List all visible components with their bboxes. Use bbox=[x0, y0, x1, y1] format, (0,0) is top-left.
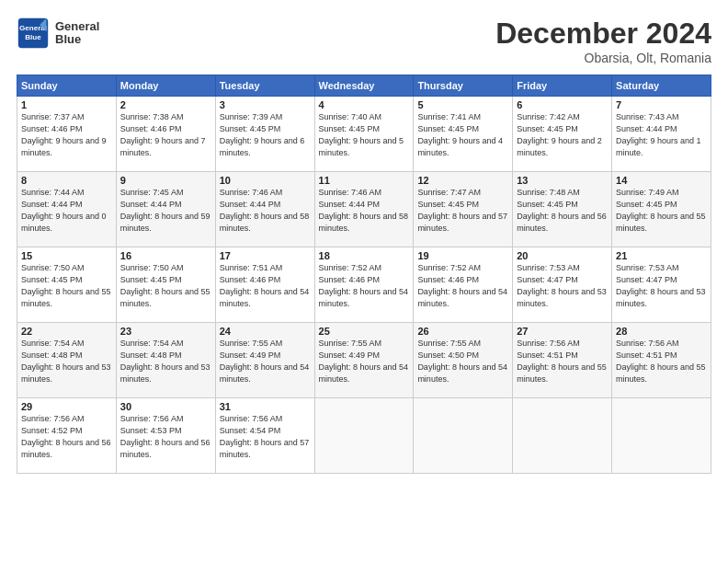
day-info: Sunrise: 7:56 AM Sunset: 4:53 PM Dayligh… bbox=[120, 413, 211, 461]
day-number: 22 bbox=[21, 326, 112, 337]
day-number: 10 bbox=[220, 175, 311, 186]
day-info: Sunrise: 7:52 AM Sunset: 4:46 PM Dayligh… bbox=[417, 262, 508, 310]
day-info: Sunrise: 7:55 AM Sunset: 4:50 PM Dayligh… bbox=[417, 338, 508, 385]
day-info: Sunrise: 7:51 AM Sunset: 4:46 PM Dayligh… bbox=[220, 262, 311, 310]
col-saturday: Saturday bbox=[612, 75, 711, 97]
calendar-cell: 12 Sunrise: 7:47 AM Sunset: 4:45 PM Dayl… bbox=[414, 172, 513, 247]
day-number: 1 bbox=[21, 99, 112, 110]
calendar-cell: 3 Sunrise: 7:39 AM Sunset: 4:45 PM Dayli… bbox=[215, 97, 314, 172]
calendar-cell: 14 Sunrise: 7:49 AM Sunset: 4:45 PM Dayl… bbox=[612, 172, 711, 247]
day-info: Sunrise: 7:46 AM Sunset: 4:44 PM Dayligh… bbox=[220, 187, 311, 235]
day-number: 29 bbox=[21, 401, 112, 412]
day-info: Sunrise: 7:39 AM Sunset: 4:45 PM Dayligh… bbox=[220, 111, 311, 159]
calendar-week-4: 22 Sunrise: 7:54 AM Sunset: 4:48 PM Dayl… bbox=[17, 323, 711, 398]
calendar-cell: 8 Sunrise: 7:44 AM Sunset: 4:44 PM Dayli… bbox=[17, 172, 117, 247]
calendar-cell: 5 Sunrise: 7:41 AM Sunset: 4:45 PM Dayli… bbox=[414, 97, 513, 172]
logo-icon: General Blue bbox=[17, 17, 50, 50]
col-thursday: Thursday bbox=[414, 75, 513, 97]
day-info: Sunrise: 7:56 AM Sunset: 4:52 PM Dayligh… bbox=[21, 413, 112, 461]
calendar-cell: 1 Sunrise: 7:37 AM Sunset: 4:46 PM Dayli… bbox=[17, 97, 117, 172]
day-number: 3 bbox=[220, 99, 311, 110]
col-wednesday: Wednesday bbox=[314, 75, 414, 97]
day-info: Sunrise: 7:48 AM Sunset: 4:45 PM Dayligh… bbox=[517, 187, 608, 235]
day-number: 25 bbox=[319, 326, 410, 337]
day-number: 26 bbox=[417, 326, 508, 337]
day-number: 17 bbox=[220, 250, 311, 261]
day-number: 20 bbox=[517, 250, 608, 261]
day-info: Sunrise: 7:56 AM Sunset: 4:54 PM Dayligh… bbox=[220, 413, 311, 461]
day-info: Sunrise: 7:41 AM Sunset: 4:45 PM Dayligh… bbox=[417, 111, 508, 159]
day-number: 13 bbox=[517, 175, 608, 186]
calendar-cell bbox=[513, 398, 612, 474]
day-info: Sunrise: 7:43 AM Sunset: 4:44 PM Dayligh… bbox=[616, 111, 707, 159]
calendar-cell: 24 Sunrise: 7:55 AM Sunset: 4:49 PM Dayl… bbox=[215, 323, 314, 398]
calendar-cell: 20 Sunrise: 7:53 AM Sunset: 4:47 PM Dayl… bbox=[513, 247, 612, 323]
day-info: Sunrise: 7:53 AM Sunset: 4:47 PM Dayligh… bbox=[616, 262, 707, 310]
calendar-cell: 29 Sunrise: 7:56 AM Sunset: 4:52 PM Dayl… bbox=[17, 398, 117, 474]
day-info: Sunrise: 7:49 AM Sunset: 4:45 PM Dayligh… bbox=[616, 187, 707, 235]
logo-line2: Blue bbox=[55, 33, 99, 46]
calendar-cell: 23 Sunrise: 7:54 AM Sunset: 4:48 PM Dayl… bbox=[116, 323, 215, 398]
calendar-week-1: 1 Sunrise: 7:37 AM Sunset: 4:46 PM Dayli… bbox=[17, 97, 711, 172]
calendar-cell bbox=[414, 398, 513, 474]
day-number: 9 bbox=[120, 175, 211, 186]
logo-text: General Blue bbox=[55, 20, 99, 47]
col-monday: Monday bbox=[116, 75, 215, 97]
logo-line1: General bbox=[55, 20, 99, 33]
day-info: Sunrise: 7:54 AM Sunset: 4:48 PM Dayligh… bbox=[21, 338, 112, 385]
day-info: Sunrise: 7:56 AM Sunset: 4:51 PM Dayligh… bbox=[616, 338, 707, 385]
day-info: Sunrise: 7:40 AM Sunset: 4:45 PM Dayligh… bbox=[319, 111, 410, 159]
calendar-cell: 7 Sunrise: 7:43 AM Sunset: 4:44 PM Dayli… bbox=[612, 97, 711, 172]
day-number: 2 bbox=[120, 99, 211, 110]
calendar-cell: 31 Sunrise: 7:56 AM Sunset: 4:54 PM Dayl… bbox=[215, 398, 314, 474]
day-info: Sunrise: 7:56 AM Sunset: 4:51 PM Dayligh… bbox=[517, 338, 608, 385]
day-number: 31 bbox=[220, 401, 311, 412]
calendar-cell: 28 Sunrise: 7:56 AM Sunset: 4:51 PM Dayl… bbox=[612, 323, 711, 398]
title-block: December 2024 Obarsia, Olt, Romania bbox=[495, 17, 711, 65]
calendar-cell: 2 Sunrise: 7:38 AM Sunset: 4:46 PM Dayli… bbox=[116, 97, 215, 172]
calendar-cell: 30 Sunrise: 7:56 AM Sunset: 4:53 PM Dayl… bbox=[116, 398, 215, 474]
day-number: 5 bbox=[417, 99, 508, 110]
calendar-header-row: Sunday Monday Tuesday Wednesday Thursday… bbox=[17, 75, 711, 97]
day-number: 30 bbox=[120, 401, 211, 412]
calendar-cell: 27 Sunrise: 7:56 AM Sunset: 4:51 PM Dayl… bbox=[513, 323, 612, 398]
day-number: 19 bbox=[417, 250, 508, 261]
col-sunday: Sunday bbox=[17, 75, 117, 97]
calendar-cell: 11 Sunrise: 7:46 AM Sunset: 4:44 PM Dayl… bbox=[314, 172, 414, 247]
calendar-cell: 4 Sunrise: 7:40 AM Sunset: 4:45 PM Dayli… bbox=[314, 97, 414, 172]
calendar-week-5: 29 Sunrise: 7:56 AM Sunset: 4:52 PM Dayl… bbox=[17, 398, 711, 474]
day-info: Sunrise: 7:50 AM Sunset: 4:45 PM Dayligh… bbox=[120, 262, 211, 310]
day-number: 27 bbox=[517, 326, 608, 337]
day-number: 28 bbox=[616, 326, 707, 337]
day-number: 18 bbox=[319, 250, 410, 261]
logo: General Blue General Blue bbox=[17, 17, 99, 50]
col-friday: Friday bbox=[513, 75, 612, 97]
day-number: 6 bbox=[517, 99, 608, 110]
calendar-cell: 22 Sunrise: 7:54 AM Sunset: 4:48 PM Dayl… bbox=[17, 323, 117, 398]
day-number: 7 bbox=[616, 99, 707, 110]
day-info: Sunrise: 7:52 AM Sunset: 4:46 PM Dayligh… bbox=[319, 262, 410, 310]
day-info: Sunrise: 7:44 AM Sunset: 4:44 PM Dayligh… bbox=[21, 187, 112, 235]
day-number: 15 bbox=[21, 250, 112, 261]
calendar-cell: 9 Sunrise: 7:45 AM Sunset: 4:44 PM Dayli… bbox=[116, 172, 215, 247]
calendar-cell: 21 Sunrise: 7:53 AM Sunset: 4:47 PM Dayl… bbox=[612, 247, 711, 323]
calendar-cell: 25 Sunrise: 7:55 AM Sunset: 4:49 PM Dayl… bbox=[314, 323, 414, 398]
calendar-cell: 18 Sunrise: 7:52 AM Sunset: 4:46 PM Dayl… bbox=[314, 247, 414, 323]
calendar-cell: 10 Sunrise: 7:46 AM Sunset: 4:44 PM Dayl… bbox=[215, 172, 314, 247]
day-info: Sunrise: 7:46 AM Sunset: 4:44 PM Dayligh… bbox=[319, 187, 410, 235]
day-number: 11 bbox=[319, 175, 410, 186]
calendar-cell: 19 Sunrise: 7:52 AM Sunset: 4:46 PM Dayl… bbox=[414, 247, 513, 323]
calendar-cell bbox=[612, 398, 711, 474]
calendar-cell: 26 Sunrise: 7:55 AM Sunset: 4:50 PM Dayl… bbox=[414, 323, 513, 398]
page-header: General Blue General Blue December 2024 … bbox=[17, 17, 711, 65]
day-number: 14 bbox=[616, 175, 707, 186]
day-number: 23 bbox=[120, 326, 211, 337]
day-number: 21 bbox=[616, 250, 707, 261]
svg-text:Blue: Blue bbox=[25, 33, 41, 41]
day-number: 8 bbox=[21, 175, 112, 186]
calendar-week-3: 15 Sunrise: 7:50 AM Sunset: 4:45 PM Dayl… bbox=[17, 247, 711, 323]
day-info: Sunrise: 7:53 AM Sunset: 4:47 PM Dayligh… bbox=[517, 262, 608, 310]
day-info: Sunrise: 7:37 AM Sunset: 4:46 PM Dayligh… bbox=[21, 111, 112, 159]
day-info: Sunrise: 7:38 AM Sunset: 4:46 PM Dayligh… bbox=[120, 111, 211, 159]
day-info: Sunrise: 7:42 AM Sunset: 4:45 PM Dayligh… bbox=[517, 111, 608, 159]
